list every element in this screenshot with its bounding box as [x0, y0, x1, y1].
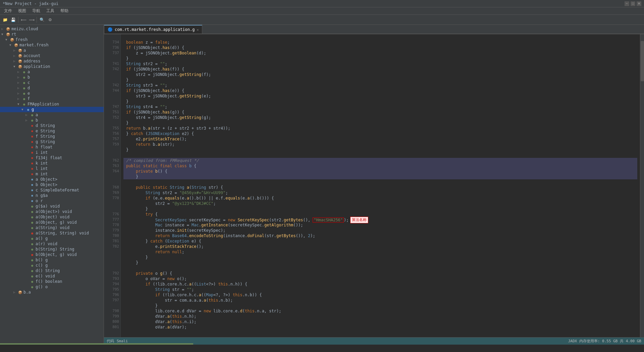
toolbar-save[interactable]: 💾 [9, 16, 17, 24]
tree-expand-3[interactable]: ▼ [9, 43, 13, 47]
tree-node-11[interactable]: ▷●d [0, 85, 104, 91]
tree-node-4[interactable]: ▷📦a [0, 48, 104, 53]
line-num-20: 759 [105, 142, 119, 147]
tree-node-20[interactable]: ■f String [0, 134, 104, 139]
tree-expand-9[interactable]: ▷ [17, 76, 21, 79]
tree-node-5[interactable]: ▷📦account [0, 53, 104, 58]
tree-node-19[interactable]: ■e String [0, 128, 104, 134]
close-button[interactable]: ✕ [637, 1, 641, 6]
menu-file[interactable]: 文件 [1, 7, 15, 14]
scroll-thumb[interactable] [641, 41, 644, 81]
tree-node-47[interactable]: ●f() boolean [0, 279, 104, 284]
editor-tab-0[interactable]: 🔵 com.rt.market.fresh.application.g ✕ [104, 25, 202, 34]
tree-expand-49[interactable]: ▷ [13, 291, 17, 294]
scrollbar[interactable] [640, 34, 644, 337]
tree-node-7[interactable]: ▼📦application [0, 64, 104, 69]
tree-node-42[interactable]: ●b(Object, g) void [0, 252, 104, 257]
menu-tools[interactable]: 工具 [44, 7, 57, 14]
tree-expand-2[interactable]: ▼ [5, 38, 9, 41]
tree-label-45: d() String [36, 268, 60, 273]
tree-node-40[interactable]: ●a(r) void [0, 241, 104, 247]
tree-node-12[interactable]: ▷●e [0, 91, 104, 96]
menu-nav[interactable]: 导航 [30, 7, 43, 14]
toolbar-search[interactable]: 🔍 [38, 16, 46, 24]
menu-view[interactable]: 视图 [15, 7, 29, 14]
tree-expand-10[interactable]: ▷ [17, 81, 21, 84]
tree-node-24[interactable]: ■f134j float [0, 155, 104, 161]
tree-node-26[interactable]: ■l int [0, 166, 104, 171]
tree-expand-16[interactable]: ▷ [25, 113, 30, 117]
code-content[interactable]: boolean z = false;if (jSONObject.has(d))… [121, 34, 640, 337]
tree-expand-15[interactable]: ▼ [21, 108, 25, 111]
tree-expand-12[interactable]: ▷ [17, 92, 21, 95]
tree-node-15[interactable]: ▼●g [0, 107, 104, 112]
tree-node-6[interactable]: ▷📦address [0, 58, 104, 64]
tree-node-48[interactable]: ●g() o [0, 284, 104, 290]
tree-node-43[interactable]: ●b() g [0, 257, 104, 263]
tree-node-22[interactable]: ■h float [0, 144, 104, 150]
tree-node-35[interactable]: ●a(Object) void [0, 214, 104, 220]
tree-expand-8[interactable]: ▷ [17, 70, 21, 74]
minimize-button[interactable]: − [625, 1, 629, 6]
tree-node-2[interactable]: ▼📦fresh [0, 37, 104, 42]
tree-node-39[interactable]: ●a() g [0, 236, 104, 241]
menu-help[interactable]: 帮助 [58, 7, 71, 14]
tree-node-14[interactable]: ▼●FMApplication [0, 101, 104, 107]
tree-node-1[interactable]: ▼📦rt [0, 32, 104, 37]
tree-container[interactable]: ▷📦meizu.cloud▼📦rt▼📦fresh▼📦market.fresh▷📦… [0, 25, 104, 345]
tree-node-27[interactable]: ■m int [0, 171, 104, 177]
tree-node-28[interactable]: ■a Object> [0, 177, 104, 182]
tree-node-23[interactable]: ■i int [0, 150, 104, 155]
maximize-button[interactable]: □ [631, 1, 635, 6]
line-num-32 [105, 206, 119, 212]
tree-expand-17[interactable]: ▷ [25, 119, 30, 122]
tree-expand-1[interactable]: ▼ [1, 33, 5, 36]
tree-node-38[interactable]: ●a(String, String) void [0, 230, 104, 236]
toolbar-back[interactable]: ⟵ [20, 16, 27, 24]
tree-node-32[interactable]: ■o r [0, 198, 104, 204]
tree-node-29[interactable]: ■b Object> [0, 182, 104, 187]
code-line-25: private b() { [123, 169, 637, 174]
tree-node-44[interactable]: ●c() g [0, 263, 104, 268]
tree-node-36[interactable]: ●a(Object, g) void [0, 220, 104, 225]
tree-node-41[interactable]: ●b(String) String [0, 247, 104, 252]
tree-expand-4[interactable]: ▷ [13, 49, 17, 52]
tree-expand-13[interactable]: ▷ [17, 97, 21, 100]
tree-node-8[interactable]: ▷●a [0, 69, 104, 75]
tree-expand-6[interactable]: ▷ [13, 59, 17, 63]
tree-expand-11[interactable]: ▷ [17, 86, 21, 90]
tree-node-49[interactable]: ▷📦b.a [0, 290, 104, 295]
tree-node-0[interactable]: ▷📦meizu.cloud [0, 26, 104, 32]
tree-node-33[interactable]: ●g($a) void [0, 204, 104, 209]
tree-node-34[interactable]: ●a(Object>) void [0, 209, 104, 214]
tree-node-21[interactable]: ■g String [0, 139, 104, 144]
tree-node-9[interactable]: ▷●b [0, 75, 104, 80]
tree-icon-1: 📦 [5, 32, 11, 37]
progress-bar [0, 343, 193, 345]
tree-node-30[interactable]: ■c SimpleDateFormat [0, 187, 104, 193]
toolbar-open[interactable]: 📁 [1, 16, 9, 24]
tree-node-25[interactable]: ■k int [0, 161, 104, 166]
line-num-9: 742 [105, 83, 119, 88]
tree-icon-39: ● [30, 236, 35, 241]
toolbar-settings[interactable]: ⚙ [46, 16, 54, 24]
tree-node-37[interactable]: ●a(String) void [0, 225, 104, 230]
toolbar-forward[interactable]: ⟶ [28, 16, 35, 24]
tab-close-0[interactable]: ✕ [197, 28, 199, 32]
tree-node-13[interactable]: ▷●f [0, 96, 104, 101]
tree-node-10[interactable]: ▷●c [0, 80, 104, 85]
tree-node-3[interactable]: ▼📦market.fresh [0, 42, 104, 48]
tree-node-18[interactable]: ■d String [0, 123, 104, 128]
tree-node-17[interactable]: ▷●b [0, 118, 104, 123]
tree-node-31[interactable]: ■n g$a [0, 193, 104, 198]
line-num-42 [105, 260, 119, 265]
tree-node-46[interactable]: ●e() void [0, 273, 104, 279]
tree-node-16[interactable]: ▷●a [0, 112, 104, 118]
tree-expand-5[interactable]: ▷ [13, 54, 17, 57]
tree-expand-7[interactable]: ▼ [13, 65, 17, 68]
tree-expand-0[interactable]: ▷ [1, 27, 5, 31]
tree-node-45[interactable]: ●d() String [0, 268, 104, 273]
tree-icon-18: ■ [30, 123, 35, 128]
tree-icon-3: 📦 [13, 43, 19, 47]
tree-expand-14[interactable]: ▼ [17, 102, 21, 106]
